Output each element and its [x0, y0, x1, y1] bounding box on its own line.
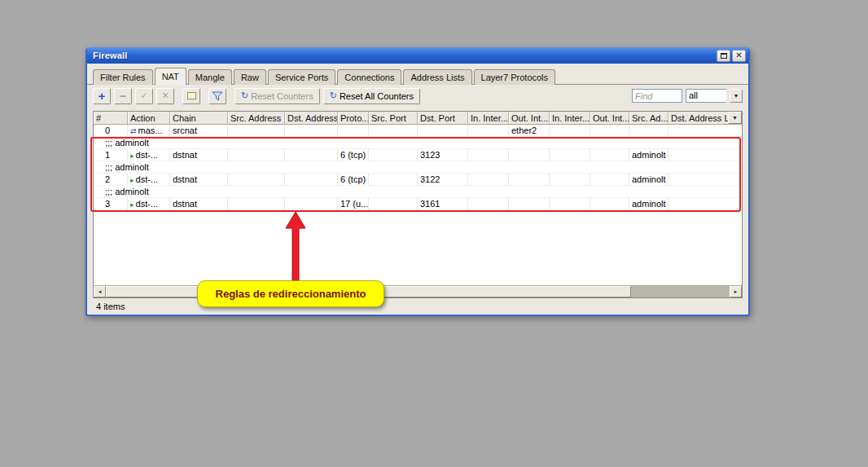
nat-rule-row[interactable]: 0⇄mas...srcnatether2 [94, 125, 742, 137]
filter-scope-select[interactable]: all [686, 89, 726, 103]
cell-action: ⇄mas... [128, 125, 170, 136]
column-header-in-interface-2[interactable]: In. Inter... [550, 112, 590, 124]
add-button[interactable]: + [93, 88, 111, 104]
scroll-left-icon: ◄ [98, 289, 103, 294]
reset-all-counters-button[interactable]: ↻ Reset All Counters [323, 88, 420, 104]
maximize-icon [721, 53, 727, 59]
column-header-protocol[interactable]: Proto... [338, 112, 369, 124]
scroll-left-button[interactable]: ◄ [94, 286, 106, 297]
column-header-src-port[interactable]: Src. Port [369, 112, 418, 124]
toolbar: + − ✓ ✕ ↻ Reset Counters ↻ Reset All Cou… [87, 85, 748, 107]
tab-address-lists[interactable]: Address Lists [403, 69, 471, 85]
tab-strip: Filter RulesNATMangleRawService PortsCon… [87, 64, 748, 85]
tab-raw[interactable]: Raw [234, 69, 266, 85]
tab-nat[interactable]: NAT [155, 68, 186, 85]
cell-src-port [369, 125, 418, 136]
add-icon: + [99, 90, 106, 102]
remove-icon: − [120, 90, 127, 102]
enable-icon: ✓ [140, 91, 147, 100]
tab-filter-rules[interactable]: Filter Rules [93, 69, 153, 85]
disable-icon: ✕ [161, 91, 169, 100]
column-header-chain[interactable]: Chain [170, 112, 228, 124]
comment-icon [187, 92, 196, 99]
cell-dst-port [418, 125, 468, 136]
column-selector-button[interactable]: ▼ [728, 112, 742, 124]
masquerade-icon: ⇄ [130, 128, 137, 135]
filter-button[interactable] [208, 88, 226, 104]
annotation-callout: Reglas de redireccionamiento [197, 280, 384, 307]
cell-protocol [338, 125, 369, 136]
cell-in-interface-2 [550, 125, 590, 136]
disable-button[interactable]: ✕ [156, 88, 174, 104]
reset-all-counters-label: Reset All Counters [340, 91, 414, 101]
tab-service-ports[interactable]: Service Ports [268, 69, 335, 85]
cell-out-interface-2 [590, 125, 629, 136]
chevron-down-icon: ▼ [734, 93, 739, 99]
cell-num: 0 [94, 125, 128, 136]
filter-icon [212, 91, 223, 101]
reset-counters-icon: ↻ [241, 91, 248, 100]
cell-in-interface [468, 125, 509, 136]
header-cells: #ActionChainSrc. AddressDst. AddressProt… [94, 112, 728, 124]
enable-button[interactable]: ✓ [135, 88, 153, 104]
scrollbar-track[interactable] [631, 286, 730, 297]
column-header-src-address-list[interactable]: Src. Ad... [629, 112, 669, 124]
find-input[interactable] [632, 89, 682, 103]
tab-mangle[interactable]: Mangle [188, 69, 232, 85]
column-header-dst-address[interactable]: Dst. Address [285, 112, 338, 124]
cell-dst-address [285, 125, 338, 136]
column-header-action[interactable]: Action [128, 112, 170, 124]
scroll-right-button[interactable]: ► [730, 286, 742, 297]
annotation-arrow [280, 210, 311, 284]
column-header-dst-port[interactable]: Dst. Port [418, 112, 468, 124]
close-button[interactable]: ✕ [732, 50, 746, 62]
status-bar: 4 items [87, 298, 748, 315]
cell-out-interface: ether2 [509, 125, 550, 136]
column-header-out-interface[interactable]: Out. Int... [509, 112, 550, 124]
arrow-shape [286, 212, 305, 282]
comment-button[interactable] [182, 88, 200, 104]
cell-chain: srcnat [170, 125, 228, 136]
window-titlebar[interactable]: Firewall ✕ [87, 47, 748, 64]
horizontal-scrollbar[interactable]: ◄ ► [94, 285, 742, 297]
cell-src-address [228, 125, 285, 136]
cell-dst-address-list [669, 125, 742, 136]
reset-all-counters-icon: ↻ [330, 91, 337, 100]
tab-connections[interactable]: Connections [337, 69, 401, 85]
column-header-in-interface[interactable]: In. Inter... [468, 112, 509, 124]
maximize-button[interactable] [717, 50, 730, 62]
remove-button[interactable]: − [114, 88, 132, 104]
close-icon: ✕ [735, 51, 742, 59]
filter-scope-value: all [689, 90, 698, 100]
column-header-dst-address-list[interactable]: Dst. Address Lis... [669, 112, 728, 124]
reset-counters-label: Reset Counters [251, 91, 313, 101]
reset-counters-button[interactable]: ↻ Reset Counters [235, 88, 320, 104]
scroll-right-icon: ► [734, 289, 739, 294]
chevron-down-icon: ▼ [732, 115, 738, 121]
action-label: mas... [138, 126, 163, 135]
items-count: 4 items [96, 302, 125, 311]
table-header: #ActionChainSrc. AddressDst. AddressProt… [94, 112, 742, 125]
filter-scope-dropdown-button[interactable]: ▼ [730, 89, 743, 103]
column-header-out-interface-2[interactable]: Out. Int... [590, 112, 629, 124]
column-header-num[interactable]: # [94, 112, 128, 124]
highlight-rectangle [90, 137, 741, 212]
tab-layer7-protocols[interactable]: Layer7 Protocols [474, 69, 556, 85]
cell-src-address-list [629, 125, 669, 136]
callout-text: Reglas de redireccionamiento [216, 288, 366, 300]
window-title: Firewall [93, 51, 715, 60]
column-header-src-address[interactable]: Src. Address [228, 112, 285, 124]
